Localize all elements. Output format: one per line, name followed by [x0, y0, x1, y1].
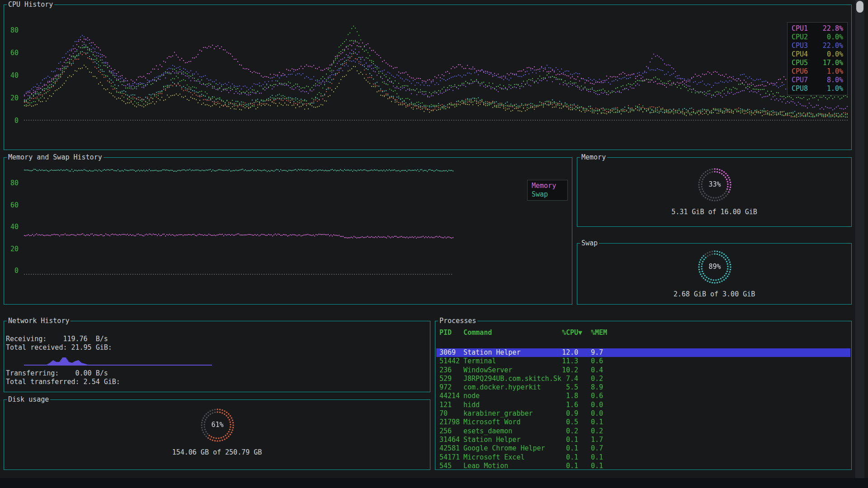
- process-cell: 0.9: [562, 409, 578, 418]
- cpu-legend-row: CPU40.0%: [788, 50, 847, 59]
- y-axis-tick: 80: [7, 27, 19, 34]
- mem-swap-legend-row: Swap: [528, 190, 567, 199]
- process-row[interactable]: 31464Station Helper0.11.7: [436, 436, 850, 444]
- swap-gauge-panel: Swap 89% 2.68 GiB of 3.00 GiB: [577, 243, 852, 305]
- cpu-legend-label: CPU3: [792, 42, 808, 50]
- process-cell: 0.1: [562, 462, 578, 468]
- process-row[interactable]: 54171Microsoft Excel0.10.1: [436, 453, 850, 462]
- memory-usage-detail: 5.31 GiB of 16.00 GiB: [577, 208, 851, 216]
- process-row[interactable]: 972com.docker.hyperkit5.58.9: [436, 383, 850, 392]
- process-row[interactable]: 256esets_daemon0.20.2: [436, 427, 850, 436]
- process-cell: 3069: [436, 348, 463, 357]
- process-cell: Terminal: [463, 357, 562, 366]
- process-row[interactable]: 529J8RPQ294UB.com.skitch.Sk7.40.2: [436, 375, 850, 383]
- process-row[interactable]: 3069Station Helper12.09.7: [436, 348, 850, 357]
- cpu-legend-value: 17.0%: [823, 59, 843, 67]
- process-cell: 0.2: [578, 375, 623, 383]
- process-cell: 972: [436, 383, 463, 392]
- swap-gauge-title: Swap: [580, 239, 599, 247]
- process-row[interactable]: 44214node1.80.6: [436, 392, 850, 400]
- process-cell: 54171: [436, 453, 463, 462]
- cpu-legend-row: CPU78.0%: [788, 76, 847, 84]
- cpu-history-panel: CPU History CPU122.8%CPU20.0%CPU322.0%CP…: [4, 5, 852, 150]
- cpu-legend-value: 0.0%: [827, 33, 843, 42]
- process-cell: Leap Motion: [463, 462, 562, 468]
- process-cell: 8.9: [578, 383, 623, 392]
- process-row[interactable]: 51442Terminal11.30.6: [436, 357, 850, 366]
- process-header-col: %MEM: [578, 328, 623, 337]
- process-row[interactable]: 42581Google Chrome Helper0.10.7: [436, 444, 850, 453]
- process-row[interactable]: 21798Microsoft Word0.50.1: [436, 418, 850, 427]
- process-cell: 0.1: [562, 436, 578, 444]
- cpu-legend-row: CPU322.0%: [788, 42, 847, 50]
- cpu-legend-value: 22.0%: [823, 42, 843, 50]
- process-cell: 529: [436, 375, 463, 383]
- process-cell: 0.2: [578, 427, 623, 436]
- cpu-legend-value: 0.0%: [827, 50, 843, 59]
- y-axis-tick: 60: [7, 202, 19, 209]
- process-cell: 0.6: [578, 392, 623, 400]
- process-cell: hidd: [463, 401, 562, 409]
- process-row[interactable]: 236WindowServer10.20.4: [436, 366, 850, 375]
- cpu-legend-value: 22.8%: [823, 24, 843, 33]
- process-cell: 0.2: [562, 427, 578, 436]
- y-axis-tick: 0: [7, 117, 19, 124]
- process-cell: 0.0: [578, 401, 623, 409]
- process-cell: 121: [436, 401, 463, 409]
- y-axis-tick: 20: [7, 245, 19, 253]
- process-cell: 0.0: [578, 409, 623, 418]
- process-cell: 0.4: [578, 366, 623, 375]
- memory-swap-history-panel: Memory and Swap History MemorySwap 80604…: [4, 157, 572, 305]
- process-table-spacer: [436, 337, 850, 348]
- memory-swap-legend: MemorySwap: [527, 180, 568, 201]
- process-row[interactable]: 545Leap Motion0.10.1: [436, 462, 850, 468]
- process-cell: 0.1: [562, 444, 578, 453]
- processes-panel: Processes PIDCommand%CPU▼%MEM 3069Statio…: [435, 321, 852, 470]
- network-receive-sparkline: [24, 354, 212, 367]
- process-cell: 545: [436, 462, 463, 468]
- process-table: PIDCommand%CPU▼%MEM 3069Station Helper12…: [436, 328, 850, 468]
- process-cell: Microsoft Word: [463, 418, 562, 427]
- process-table-header[interactable]: PIDCommand%CPU▼%MEM: [436, 328, 850, 337]
- memory-swap-history-title: Memory and Swap History: [7, 153, 104, 161]
- process-cell: 0.1: [562, 453, 578, 462]
- process-cell: 1.8: [562, 392, 578, 400]
- disk-usage-detail: 154.06 GB of 250.79 GB: [4, 449, 430, 456]
- process-cell: 0.1: [578, 453, 623, 462]
- gotop-terminal: CPU History CPU122.8%CPU20.0%CPU322.0%CP…: [0, 0, 868, 488]
- process-cell: 11.3: [562, 357, 578, 366]
- y-axis-tick: 20: [7, 94, 19, 102]
- cpu-legend: CPU122.8%CPU20.0%CPU322.0%CPU40.0%CPU517…: [787, 22, 848, 95]
- mem-swap-legend-label: Swap: [532, 190, 548, 199]
- process-cell: 51442: [436, 357, 463, 366]
- swap-percent-label: 89%: [692, 263, 737, 270]
- cpu-legend-label: CPU6: [792, 67, 808, 76]
- mem-swap-legend-row: Memory: [528, 182, 567, 190]
- cpu-legend-row: CPU20.0%: [788, 33, 847, 42]
- process-cell: 1.6: [562, 401, 578, 409]
- disk-usage-title: Disk usage: [7, 395, 50, 404]
- process-cell: 10.2: [562, 366, 578, 375]
- cpu-legend-label: CPU2: [792, 33, 808, 42]
- processes-title: Processes: [438, 317, 477, 325]
- memory-percent-label: 33%: [692, 181, 737, 188]
- network-history-title: Network History: [7, 317, 71, 325]
- process-cell: 0.7: [578, 444, 623, 453]
- process-cell: 12.0: [562, 348, 578, 357]
- process-row[interactable]: 70karabiner_grabber0.90.0: [436, 409, 850, 418]
- process-header-col: %CPU▼: [562, 328, 578, 337]
- process-cell: 256: [436, 427, 463, 436]
- cpu-legend-row: CPU122.8%: [788, 24, 847, 33]
- network-total-transferred-line: Total transferred: 2.54 GiB:: [6, 378, 120, 385]
- network-transferring-line: Transferring: 0.00 B/s: [6, 370, 108, 377]
- cpu-legend-label: CPU4: [792, 50, 808, 59]
- process-cell: node: [463, 392, 562, 400]
- process-row[interactable]: 121hidd1.60.0: [436, 401, 850, 409]
- memory-gauge-title: Memory: [580, 153, 607, 161]
- network-receiving-line: Receiving: 119.76 B/s: [6, 335, 108, 343]
- scrollbar-thumb[interactable]: [856, 1, 863, 13]
- scrollbar-track[interactable]: [855, 0, 864, 488]
- process-cell: Station Helper: [463, 436, 562, 444]
- process-cell: 31464: [436, 436, 463, 444]
- process-cell: com.docker.hyperkit: [463, 383, 562, 392]
